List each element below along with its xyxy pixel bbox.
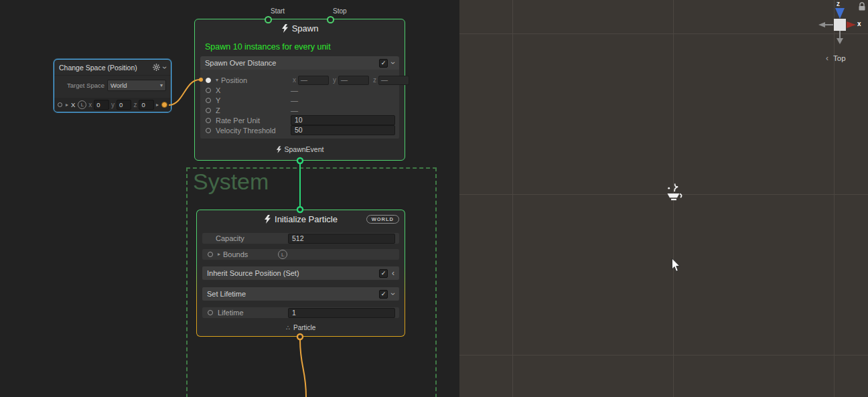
triangle-right-icon[interactable]: ▸ xyxy=(218,252,220,257)
mouse-cursor xyxy=(671,258,680,272)
spawn-event-output[interactable]: SpawnEvent xyxy=(195,140,405,159)
triangle-right-icon[interactable]: ▸ xyxy=(66,102,68,108)
vfx-graph-window: System Start Stop Spawn Spawn 10 instanc… xyxy=(0,0,868,397)
target-space-row: Target Space World ▾ xyxy=(54,76,171,91)
change-space-title: Change Space (Position) xyxy=(59,64,149,72)
spawn-node-title: Spawn xyxy=(292,23,319,33)
check-icon: ✓ xyxy=(381,60,386,66)
gizmo-z-axis-label: z xyxy=(837,0,840,7)
triangle-right-icon: ▸ xyxy=(156,102,159,108)
target-space-dropdown[interactable]: World ▾ xyxy=(107,80,166,91)
chevron-down-icon[interactable]: › xyxy=(161,66,169,69)
axis-y-label: y xyxy=(333,76,336,84)
lightning-icon xyxy=(281,24,288,33)
bounds-input-port[interactable] xyxy=(208,252,213,257)
axis-x-label: x xyxy=(293,76,296,84)
z-input-port[interactable] xyxy=(206,108,211,113)
visual-effect-gizmo-icon[interactable] xyxy=(662,181,686,206)
y-input-port[interactable] xyxy=(206,98,211,103)
x-label: X xyxy=(216,86,291,94)
spawn-over-distance-block-header[interactable]: Spawn Over Distance ✓ › xyxy=(200,56,399,70)
capacity-field[interactable]: 512 xyxy=(288,234,395,244)
z-label: Z xyxy=(216,106,291,114)
gizmo-negative-z-handle[interactable] xyxy=(837,38,843,44)
position-output-port[interactable] xyxy=(161,102,167,108)
axis-y-label: y xyxy=(111,101,115,108)
gizmo-cube[interactable] xyxy=(834,19,846,31)
lifetime-input-port[interactable] xyxy=(208,310,213,315)
spawn-start-port-label: Start xyxy=(271,7,285,15)
position-x-field[interactable]: — xyxy=(298,76,329,85)
triangle-down-icon[interactable]: ▾ xyxy=(216,78,218,83)
x-input-port[interactable] xyxy=(206,88,211,93)
lock-icon[interactable] xyxy=(858,2,866,11)
inherit-source-position-block[interactable]: Inherit Source Position (Set) ✓ ‹ xyxy=(202,266,399,280)
spawn-node-subtitle: Spawn 10 instances for every unit xyxy=(195,37,405,56)
bounds-row: ▸ Bounds L xyxy=(202,249,399,260)
change-space-header[interactable]: Change Space (Position) › xyxy=(54,60,171,76)
world-space-badge[interactable]: WORLD xyxy=(366,215,399,224)
set-lifetime-block[interactable]: Set Lifetime ✓ › xyxy=(202,287,399,301)
axis-z-label: z xyxy=(133,101,137,108)
chevron-down-icon[interactable]: › xyxy=(389,293,397,295)
y-value-field[interactable]: 0 xyxy=(117,100,132,110)
x-value-field[interactable]: 0 xyxy=(94,100,109,110)
block-enabled-checkbox[interactable]: ✓ xyxy=(379,59,388,68)
z-value-field[interactable]: 0 xyxy=(139,100,154,110)
gizmo-view-label[interactable]: Top xyxy=(833,54,846,62)
spawn-block-rows: ▾ Position x — y — z — xyxy=(200,70,399,139)
gizmo-negative-x-handle[interactable] xyxy=(818,22,825,27)
spawn-node-header[interactable]: Spawn xyxy=(195,19,405,37)
chevron-left-icon[interactable]: ‹ xyxy=(392,269,394,277)
lightning-icon xyxy=(264,215,271,224)
gizmo-menu-chevron-icon[interactable]: ‹ xyxy=(826,54,828,63)
block-enabled-checkbox[interactable]: ✓ xyxy=(379,269,388,278)
bounds-label: Bounds xyxy=(223,250,248,258)
particle-icon: ∴ xyxy=(286,324,290,331)
gizmo-z-axis-handle[interactable] xyxy=(835,8,845,19)
spawn-context-node[interactable]: Spawn Spawn 10 instances for every unit … xyxy=(194,19,405,161)
local-space-icon[interactable]: L xyxy=(278,250,287,259)
rate-per-unit-port[interactable] xyxy=(206,118,211,123)
grid-line xyxy=(459,355,868,355)
particle-output[interactable]: ∴ Particle xyxy=(197,319,405,335)
position-y-field[interactable]: — xyxy=(338,76,369,85)
velocity-threshold-field[interactable]: 50 xyxy=(291,125,395,135)
block-enabled-checkbox[interactable]: ✓ xyxy=(379,290,388,299)
position-z-group: z — xyxy=(373,76,409,85)
position-row: ▾ Position x — y — z — xyxy=(204,75,395,85)
local-space-icon[interactable]: L xyxy=(78,100,86,109)
lifetime-field[interactable]: 1 xyxy=(288,308,395,318)
chevron-down-icon[interactable]: › xyxy=(389,62,397,64)
check-icon: ✓ xyxy=(381,291,386,297)
scene-view[interactable]: z x ‹ Top xyxy=(459,0,868,397)
spawn-stop-port[interactable] xyxy=(327,16,334,23)
position-z-field[interactable]: — xyxy=(378,76,409,85)
rate-per-unit-field[interactable]: 10 xyxy=(291,115,395,125)
initialize-node-header[interactable]: Initialize Particle WORLD xyxy=(197,210,405,228)
y-value: — xyxy=(291,96,298,104)
velocity-threshold-label: Velocity Threshold xyxy=(216,127,291,135)
position-input-port[interactable] xyxy=(206,78,211,83)
axis-x-label: x xyxy=(88,101,92,108)
graph-canvas[interactable]: System Start Stop Spawn Spawn 10 instanc… xyxy=(0,0,459,397)
spawn-start-port[interactable] xyxy=(265,16,272,23)
z-value: — xyxy=(291,106,298,114)
rate-per-unit-label: Rate Per Unit xyxy=(216,116,291,125)
y-label: Y xyxy=(216,96,291,104)
lifetime-row: Lifetime 1 xyxy=(202,307,399,318)
change-space-node[interactable]: Change Space (Position) › Target Space W… xyxy=(54,59,171,112)
rate-per-unit-row: Rate Per Unit 10 xyxy=(204,115,395,125)
gizmo-x-axis-handle[interactable] xyxy=(847,21,856,28)
grid-line xyxy=(459,33,868,34)
gear-icon[interactable] xyxy=(153,64,160,71)
dropdown-arrow-icon: ▾ xyxy=(160,82,163,88)
change-space-io-row: ▸ X L x 0 y 0 z 0 ▸ xyxy=(54,98,171,112)
block-title: Spawn Over Distance xyxy=(205,59,276,67)
x-input-port[interactable] xyxy=(58,102,62,107)
velocity-threshold-port[interactable] xyxy=(206,128,211,133)
initialize-particle-node[interactable]: Initialize Particle WORLD Capacity 512 ▸… xyxy=(196,210,405,337)
x-subrow: X — xyxy=(204,85,395,95)
check-icon: ✓ xyxy=(381,270,386,276)
target-space-value: World xyxy=(111,82,127,89)
